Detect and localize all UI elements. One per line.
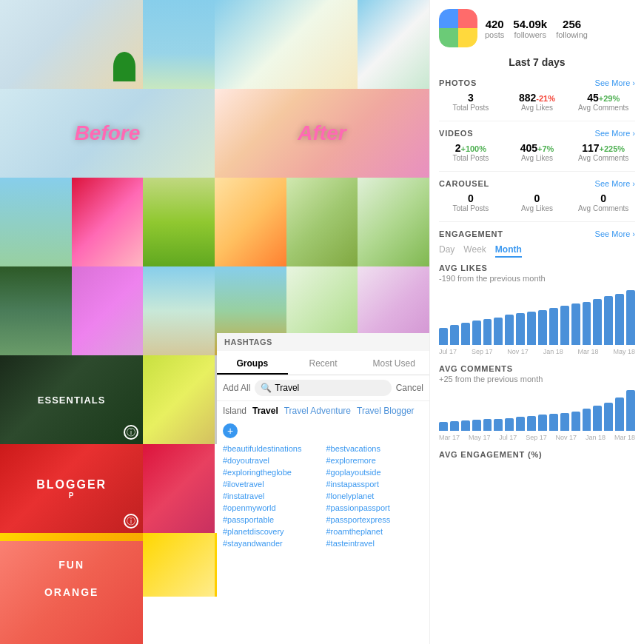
hashtag-search-box[interactable]: 🔍	[255, 380, 391, 396]
profile-section: 420 posts 54.09k followers 256 following	[430, 0, 644, 53]
engagement-title: ENGAGEMENT	[439, 229, 503, 238]
tab-day[interactable]: Day	[439, 244, 455, 258]
photo-cell-7[interactable]	[143, 178, 215, 266]
photo-cell-25[interactable]	[143, 533, 215, 597]
bar	[549, 414, 558, 431]
photo-cell-orange[interactable]: ORANGE ⓘ	[0, 541, 143, 645]
cat-travel-blogger[interactable]: Travel Blogger	[357, 406, 415, 416]
avg-comments-x-labels: Mar 17 May 17 Jul 17 Sep 17 Nov 17 Jan 1…	[439, 434, 635, 441]
hashtag-item[interactable]: #passportexpress	[326, 515, 424, 524]
bar	[505, 418, 514, 431]
hashtag-item[interactable]: #exploremore	[326, 456, 424, 465]
photo-cell-after[interactable]: After	[215, 89, 429, 178]
bar	[516, 417, 525, 431]
hashtag-item[interactable]: #instapassport	[326, 480, 424, 489]
photos-comments-change: +29%	[599, 94, 620, 103]
hashtag-item[interactable]: #stayandwander	[223, 539, 321, 548]
carousel-see-more[interactable]: See More ›	[595, 179, 635, 188]
tab-recent[interactable]: Recent	[288, 354, 359, 375]
photo-cell-4[interactable]	[358, 0, 429, 89]
photo-cell-5[interactable]	[0, 178, 72, 266]
tab-most-used[interactable]: Most Used	[358, 354, 429, 375]
hashtag-item[interactable]: #bestvacations	[326, 444, 424, 453]
bar	[593, 406, 602, 431]
photo-cell-11[interactable]	[0, 266, 72, 355]
videos-avg-comments-value: 117+225%	[571, 142, 635, 154]
add-all-button[interactable]: Add All	[223, 383, 250, 393]
photo-cell-13[interactable]	[143, 266, 215, 355]
photo-cell-10[interactable]	[358, 178, 429, 266]
engagement-tabs: Day Week Month	[430, 241, 644, 261]
before-label: Before	[75, 121, 141, 145]
bar	[560, 413, 569, 431]
videos-see-more[interactable]: See More ›	[595, 129, 635, 138]
add-hashtag-button[interactable]: +	[223, 423, 238, 438]
hashtag-item[interactable]: #lonelyplanet	[326, 492, 424, 500]
photos-avg-comments-label: Avg Comments	[571, 104, 635, 112]
photo-cell-blogger[interactable]: BLOGGER P ⓘ	[0, 444, 143, 533]
tab-month[interactable]: Month	[495, 244, 522, 258]
bar	[439, 422, 448, 431]
chevron-right-icon-2: ›	[632, 129, 635, 138]
bar	[626, 390, 635, 431]
profile-avatar	[439, 9, 477, 47]
cat-travel[interactable]: Travel	[252, 406, 278, 416]
hashtag-item[interactable]: #doyoutravel	[223, 456, 321, 465]
hashtag-item[interactable]: #ilovetravel	[223, 480, 321, 489]
hashtag-tabs: Groups Recent Most Used	[217, 351, 429, 375]
photo-cell-1[interactable]	[0, 0, 143, 89]
left-panel: Before After	[0, 0, 429, 644]
hashtag-search-input[interactable]	[275, 383, 385, 393]
divider-1	[439, 121, 635, 121]
cancel-button[interactable]: Cancel	[396, 383, 423, 393]
hashtag-item[interactable]: #beautifuldestinations	[223, 444, 321, 453]
x-label: Mar 18	[614, 434, 635, 441]
photo-cell-21[interactable]	[143, 444, 215, 533]
x-label: Nov 17	[556, 434, 577, 441]
bar	[450, 325, 459, 345]
videos-section-header: VIDEOS See More ›	[430, 124, 644, 141]
tab-week[interactable]: Week	[463, 244, 486, 258]
hashtag-item[interactable]: #passportable	[223, 515, 321, 524]
hashtag-item[interactable]: #roamtheplanet	[326, 527, 424, 536]
photos-avg-comments: 45+29% Avg Comments	[571, 92, 635, 112]
stat-following: 256 following	[556, 18, 588, 39]
photo-cell-6[interactable]	[72, 178, 144, 266]
hashtag-item[interactable]: #tasteintravel	[326, 539, 424, 548]
photo-cell-8[interactable]	[215, 178, 286, 266]
bar	[483, 419, 492, 431]
bar	[494, 419, 503, 431]
photo-cell-2[interactable]	[143, 0, 215, 89]
engagement-see-more[interactable]: See More ›	[595, 229, 635, 238]
photo-cell-before[interactable]: Before	[0, 89, 215, 178]
chevron-right-icon-4: ›	[632, 229, 635, 238]
carousel-avg-comments-value: 0	[571, 192, 635, 204]
bar	[549, 308, 558, 345]
photos-avg-likes-label: Avg Likes	[506, 104, 569, 112]
following-value: 256	[556, 18, 588, 30]
avg-engagement-section: AVG ENGAGEMENT (%)	[430, 447, 644, 466]
stat-posts: 420 posts	[485, 18, 504, 39]
bar	[527, 416, 536, 431]
cat-travel-adventure[interactable]: Travel Adventure	[284, 406, 351, 416]
tab-groups[interactable]: Groups	[217, 354, 288, 375]
hashtag-item[interactable]: #instatravel	[223, 492, 321, 500]
photo-cell-essentials[interactable]: ESSENTIALS ⓘ	[0, 355, 143, 444]
photo-cell-19[interactable]	[143, 355, 215, 444]
search-icon: 🔍	[261, 383, 272, 393]
chevron-right-icon: ›	[632, 78, 635, 87]
hashtag-item[interactable]: #openmyworld	[223, 503, 321, 512]
cat-island[interactable]: Island	[223, 406, 246, 416]
hashtag-item[interactable]: #planetdiscovery	[223, 527, 321, 536]
carousel-total-posts: 0 Total Posts	[439, 192, 503, 212]
hashtag-item[interactable]: #passionpassport	[326, 503, 424, 512]
photos-see-more[interactable]: See More ›	[595, 78, 635, 87]
stat-followers: 54.09k followers	[513, 18, 547, 39]
photo-cell-3[interactable]	[215, 0, 358, 89]
carousel-title: CAROUSEL	[439, 179, 489, 188]
photo-cell-12[interactable]	[72, 266, 144, 355]
hashtag-item[interactable]: #exploringtheglobe	[223, 468, 321, 477]
photo-cell-9[interactable]	[286, 178, 358, 266]
videos-comments-change: +225%	[600, 144, 625, 153]
hashtag-item[interactable]: #goplayoutside	[326, 468, 424, 477]
